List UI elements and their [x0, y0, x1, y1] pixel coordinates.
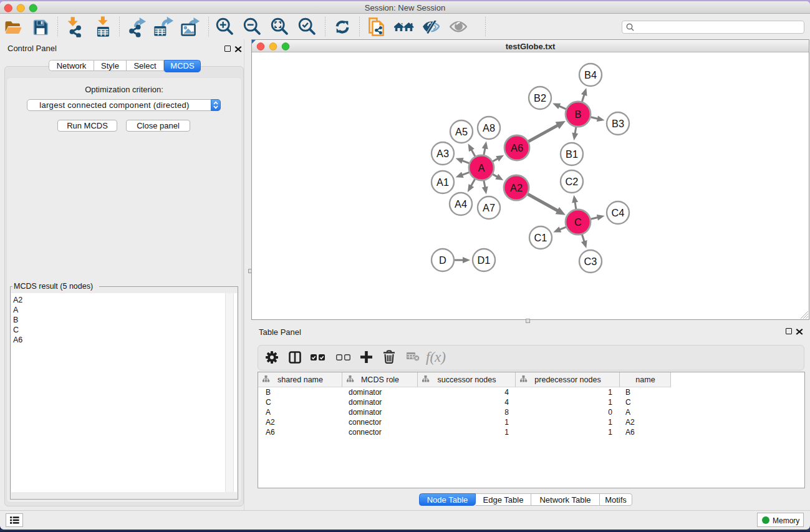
svg-text:C1: C1: [534, 232, 547, 243]
svg-text:B2: B2: [534, 92, 546, 104]
svg-text:A7: A7: [483, 202, 495, 213]
svg-text:D1: D1: [478, 254, 491, 266]
svg-text:D: D: [439, 254, 446, 266]
svg-text:A6: A6: [511, 142, 523, 153]
svg-text:C3: C3: [584, 256, 597, 267]
svg-text:A4: A4: [455, 198, 467, 210]
svg-text:A1: A1: [436, 177, 449, 188]
svg-text:A5: A5: [455, 126, 468, 137]
svg-text:B: B: [575, 109, 582, 120]
svg-text:A: A: [478, 162, 485, 173]
svg-text:C: C: [574, 216, 582, 228]
svg-text:A8: A8: [483, 122, 495, 133]
svg-text:A2: A2: [510, 182, 523, 193]
svg-text:B3: B3: [612, 118, 624, 129]
svg-text:C4: C4: [612, 207, 625, 218]
svg-text:A3: A3: [436, 148, 449, 159]
svg-text:B4: B4: [584, 69, 597, 80]
svg-text:C2: C2: [566, 176, 579, 187]
svg-text:B1: B1: [566, 148, 578, 160]
